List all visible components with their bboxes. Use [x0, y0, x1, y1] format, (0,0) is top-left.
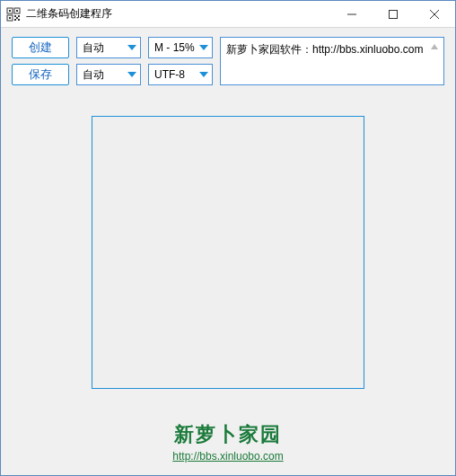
save-button[interactable]: 保存 — [12, 64, 69, 85]
mode-select-1[interactable]: 自动 — [76, 37, 141, 58]
svg-rect-10 — [16, 17, 18, 19]
close-button[interactable] — [414, 1, 455, 27]
svg-rect-9 — [18, 19, 20, 21]
create-button[interactable]: 创建 — [12, 37, 69, 58]
chevron-down-icon — [199, 72, 208, 77]
svg-rect-8 — [14, 19, 16, 21]
svg-marker-16 — [127, 72, 136, 77]
svg-rect-7 — [18, 15, 20, 17]
svg-rect-3 — [9, 10, 11, 12]
minimize-button[interactable] — [331, 1, 373, 27]
svg-line-13 — [430, 10, 439, 19]
controls-row: 创建 保存 自动 自动 M - 15% UTF-8 — [12, 37, 444, 85]
footer: 新萝卜家园 http://bbs.xinluobo.com — [12, 421, 444, 470]
encoding-value: UTF-8 — [154, 68, 185, 81]
window-title: 二维条码创建程序 — [26, 6, 331, 22]
mode-select-2-value: 自动 — [83, 67, 104, 83]
mode-select-2[interactable]: 自动 — [76, 64, 141, 85]
app-icon — [6, 7, 21, 22]
textarea-value: 新萝卜家园软件：http://bbs.xinluobo.com — [226, 43, 423, 56]
svg-rect-4 — [16, 10, 18, 12]
window-controls — [331, 1, 455, 27]
brand-link[interactable]: http://bbs.xinluobo.com — [172, 450, 283, 463]
svg-line-14 — [430, 10, 439, 19]
qr-preview — [92, 116, 364, 389]
chevron-down-icon — [127, 72, 136, 77]
svg-marker-18 — [199, 72, 208, 77]
svg-marker-17 — [199, 45, 208, 50]
content-textarea[interactable]: 新萝卜家园软件：http://bbs.xinluobo.com — [220, 37, 444, 85]
error-correction-select[interactable]: M - 15% — [148, 37, 213, 58]
chevron-down-icon — [199, 45, 208, 50]
select-column-1: 自动 自动 — [76, 37, 141, 85]
select-column-2: M - 15% UTF-8 — [148, 37, 213, 85]
error-correction-value: M - 15% — [154, 41, 195, 54]
encoding-select[interactable]: UTF-8 — [148, 64, 213, 85]
svg-marker-19 — [431, 44, 438, 49]
app-window: 二维条码创建程序 创建 保存 自动 自动 — [0, 0, 456, 476]
svg-marker-15 — [127, 45, 136, 50]
scroll-up-icon[interactable] — [427, 40, 442, 54]
button-column: 创建 保存 — [12, 37, 69, 85]
svg-rect-6 — [14, 15, 16, 17]
titlebar: 二维条码创建程序 — [1, 1, 455, 28]
maximize-button[interactable] — [373, 1, 414, 27]
preview-container — [12, 91, 444, 421]
brand-text: 新萝卜家园 — [12, 421, 444, 448]
svg-rect-12 — [390, 10, 398, 18]
chevron-down-icon — [127, 45, 136, 50]
svg-rect-5 — [9, 17, 11, 19]
content-area: 创建 保存 自动 自动 M - 15% UTF-8 — [1, 28, 455, 475]
mode-select-1-value: 自动 — [83, 40, 104, 56]
